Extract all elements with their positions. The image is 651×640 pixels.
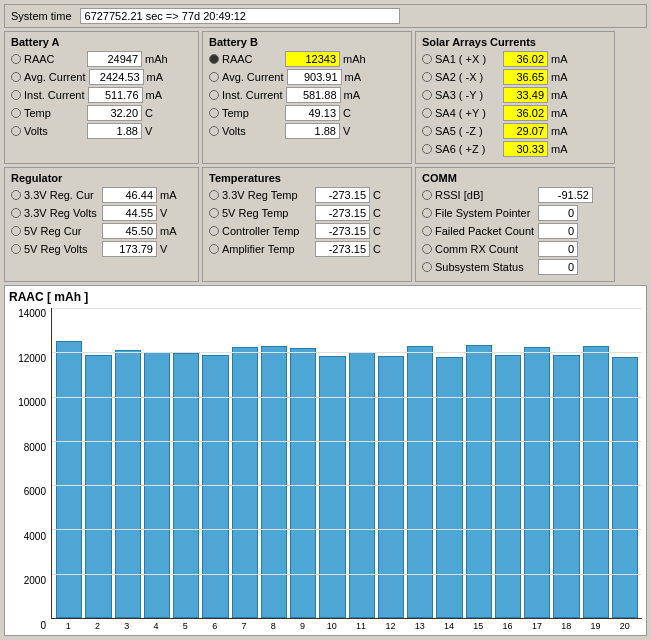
radio-btn[interactable] [422, 226, 432, 236]
comm-field-label: Subsystem Status [435, 261, 535, 273]
raac-panel: RAAC [ mAh ] 140001200010000800060004000… [4, 285, 647, 636]
comm-row-2: Comm RX Count0 [422, 241, 608, 257]
bar-1 [85, 355, 111, 619]
radio-btn[interactable] [422, 262, 432, 272]
radio-btn[interactable] [11, 190, 21, 200]
x-label-8: 9 [289, 621, 315, 631]
field-label: 5V Reg Volts [24, 243, 99, 255]
field-unit: mA [551, 143, 571, 155]
field-unit: mA [345, 71, 365, 83]
x-label-0: 1 [55, 621, 81, 631]
bar-group-3 [144, 308, 170, 618]
radio-btn[interactable] [209, 190, 219, 200]
radio-btn[interactable] [11, 90, 21, 100]
radio-btn[interactable] [422, 190, 432, 200]
field-unit: mA [551, 107, 571, 119]
comm-row-3: Subsystem Status0 [422, 259, 608, 275]
field-unit: mAh [145, 53, 168, 65]
solar-value: 29.07 [503, 123, 548, 139]
bar-2 [115, 350, 141, 618]
field-unit: mA [551, 71, 571, 83]
solar-value: 33.49 [503, 87, 548, 103]
bar-5 [202, 355, 228, 619]
field-label: 3.3V Reg Volts [24, 207, 99, 219]
radio-btn[interactable] [11, 126, 21, 136]
field-value: 903.91 [287, 69, 342, 85]
radio-btn[interactable] [11, 54, 21, 64]
bars-area [51, 308, 642, 619]
system-time-bar: System time 6727752.21 sec => 77d 20:49:… [4, 4, 647, 28]
x-label-1: 2 [84, 621, 110, 631]
field-label: 3.3V Reg Temp [222, 189, 312, 201]
bar-17 [553, 355, 579, 619]
regulator-rows: 3.3V Reg. Cur46.44mA3.3V Reg Volts44.55V… [11, 187, 192, 257]
field-label: Volts [24, 125, 84, 137]
radio-btn[interactable] [422, 144, 432, 154]
solar-value: 36.02 [503, 51, 548, 67]
system-time-label: System time [11, 10, 72, 22]
regulator-row-2: 5V Reg Cur45.50mA [11, 223, 192, 239]
bar-group-0 [56, 308, 82, 618]
radio-btn[interactable] [11, 244, 21, 254]
solar-label: SA4 ( +Y ) [435, 107, 500, 119]
bar-group-5 [202, 308, 228, 618]
radio-btn[interactable] [209, 244, 219, 254]
solar-arrays-rows: SA1 ( +X )36.02mASA2 ( -X )36.65mASA3 ( … [422, 51, 608, 157]
bar-7 [261, 346, 287, 618]
radio-btn[interactable] [11, 72, 21, 82]
bar-9 [319, 356, 345, 618]
bar-group-17 [553, 308, 579, 618]
radio-btn[interactable] [422, 108, 432, 118]
regulator-row-0: 3.3V Reg. Cur46.44mA [11, 187, 192, 203]
solar-value: 36.02 [503, 105, 548, 121]
radio-btn[interactable] [209, 90, 219, 100]
field-value: 1.88 [87, 123, 142, 139]
radio-btn[interactable] [422, 72, 432, 82]
field-value: 173.79 [102, 241, 157, 257]
solar-label: SA5 ( -Z ) [435, 125, 500, 137]
y-axis-label: 10000 [18, 397, 46, 408]
x-label-7: 8 [260, 621, 286, 631]
radio-btn[interactable] [422, 208, 432, 218]
regulator-row-1: 3.3V Reg Volts44.55V [11, 205, 192, 221]
field-value: 12343 [285, 51, 340, 67]
field-label: 5V Reg Temp [222, 207, 312, 219]
field-unit: mA [551, 53, 571, 65]
radio-btn[interactable] [422, 126, 432, 136]
x-label-17: 18 [553, 621, 579, 631]
radio-btn[interactable] [11, 226, 21, 236]
radio-btn[interactable] [209, 126, 219, 136]
x-axis: 1234567891011121314151617181920 [51, 619, 642, 631]
field-value: 2424.53 [89, 69, 144, 85]
bar-6 [232, 347, 258, 618]
radio-btn[interactable] [11, 108, 21, 118]
y-axis: 14000120001000080006000400020000 [9, 308, 51, 631]
radio-btn[interactable] [422, 244, 432, 254]
radio-btn[interactable] [11, 208, 21, 218]
field-unit: C [145, 107, 165, 119]
x-label-14: 15 [465, 621, 491, 631]
field-unit: mA [551, 89, 571, 101]
chart-container: 14000120001000080006000400020000 1234567… [9, 308, 642, 631]
x-label-16: 17 [524, 621, 550, 631]
field-label: Inst. Current [24, 89, 85, 101]
radio-btn[interactable] [209, 108, 219, 118]
radio-btn[interactable] [422, 90, 432, 100]
comm-row-0: File System Pointer0 [422, 205, 608, 221]
solar-arrays-panel: Solar Arrays Currents SA1 ( +X )36.02mAS… [415, 31, 615, 164]
radio-btn[interactable] [209, 54, 219, 64]
solar-row-1: SA2 ( -X )36.65mA [422, 69, 608, 85]
radio-btn[interactable] [209, 72, 219, 82]
radio-btn[interactable] [422, 54, 432, 64]
battery-b-row-0: RAAC12343mAh [209, 51, 405, 67]
x-label-18: 19 [582, 621, 608, 631]
field-unit: V [343, 125, 363, 137]
field-value: 45.50 [102, 223, 157, 239]
comm-field-label: File System Pointer [435, 207, 535, 219]
battery-b-panel: Battery B RAAC12343mAhAvg. Current903.91… [202, 31, 412, 164]
field-label: RAAC [24, 53, 84, 65]
radio-btn[interactable] [209, 208, 219, 218]
radio-btn[interactable] [209, 226, 219, 236]
comm-field-value: 0 [538, 205, 578, 221]
bar-16 [524, 347, 550, 618]
